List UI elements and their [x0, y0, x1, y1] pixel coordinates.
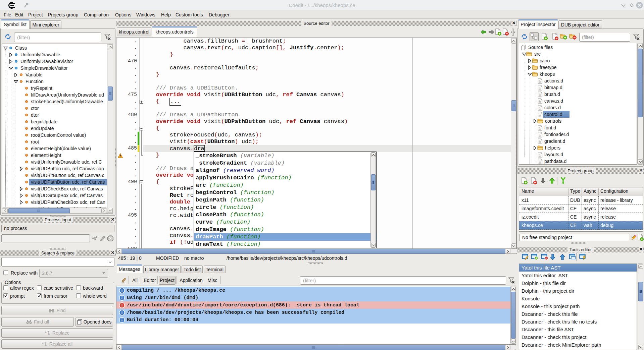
svg-text:a: a — [42, 342, 44, 345]
svg-text:b: b — [48, 333, 50, 335]
svg-text:b: b — [45, 344, 47, 346]
svg-text:a: a — [45, 331, 47, 334]
